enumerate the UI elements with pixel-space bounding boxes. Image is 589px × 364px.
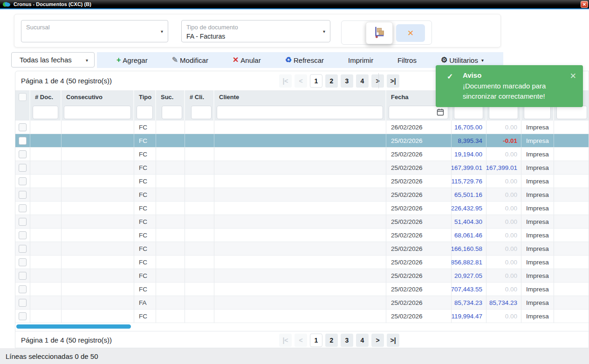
column-header-consecutivo[interactable]: Consecutivo — [62, 90, 134, 104]
filter-input-doc[interactable] — [33, 106, 58, 119]
cell-monto: 85,734.23 — [452, 296, 486, 309]
row-checkbox[interactable] — [19, 299, 27, 307]
row-checkbox[interactable] — [19, 258, 27, 266]
calendar-icon[interactable] — [437, 108, 444, 116]
table-row[interactable]: FC25/02/2026226,432.950.00Impresa — [15, 202, 589, 215]
page-button-1[interactable]: 1 — [310, 74, 322, 88]
clear-selection-button[interactable]: ✕ — [396, 24, 425, 42]
page-button-4[interactable]: 4 — [356, 333, 369, 347]
table-row[interactable]: FC25/02/2026707,443.550.00Impresa — [15, 283, 589, 296]
page-button-[interactable]: > — [371, 333, 384, 347]
table-row[interactable]: FC25/02/202665,501.160.00Impresa — [15, 188, 589, 202]
filter-input-suc[interactable] — [162, 106, 182, 119]
filter-cell-doc — [30, 104, 62, 121]
column-header-select — [15, 90, 30, 104]
cell-cli — [185, 283, 214, 296]
filter-input-consecutivo[interactable] — [64, 106, 131, 119]
cell-tipo: FC — [134, 148, 156, 161]
page-button-[interactable]: >| — [387, 74, 399, 88]
filter-input-cli[interactable] — [191, 106, 212, 119]
row-checkbox[interactable] — [19, 191, 27, 199]
date-filter-select[interactable]: Todas las fechas ▾ — [11, 52, 95, 67]
page-button-4[interactable]: 4 — [356, 74, 369, 88]
filter-input-saldo[interactable] — [489, 106, 518, 119]
row-checkbox[interactable] — [19, 312, 27, 320]
page-button-[interactable]: > — [371, 74, 384, 88]
page-button-1[interactable]: 1 — [310, 333, 322, 347]
row-checkbox[interactable] — [19, 150, 27, 158]
sucursal-select[interactable]: Sucursal ▾ — [21, 20, 168, 42]
table-row[interactable]: FC25/02/2026167,399.01167,399.01Impresa — [15, 161, 589, 175]
row-checkbox[interactable] — [19, 177, 27, 185]
page-button-3[interactable]: 3 — [341, 333, 353, 347]
page-button-2[interactable]: 2 — [325, 74, 338, 88]
window-close-button[interactable]: ✕ — [581, 1, 588, 8]
column-header-doc[interactable]: # Doc. — [30, 90, 62, 104]
row-checkbox[interactable] — [19, 123, 27, 131]
cell-saldo: 0.00 — [486, 310, 521, 323]
pager-text: Página 1 de 4 (50 registro(s)) — [21, 336, 112, 344]
table-row[interactable]: FC26/02/202616,705.000.00Impresa — [15, 121, 589, 134]
cell-consecutivo — [62, 229, 134, 242]
cell-cliente — [214, 134, 386, 147]
cell-cliente — [214, 148, 386, 161]
column-header-cli[interactable]: # Cli. — [185, 90, 214, 104]
filter-input-estado[interactable] — [524, 106, 551, 119]
cell-consecutivo — [62, 134, 134, 147]
filter-input-monto[interactable] — [454, 106, 483, 119]
cell-monto: 19,194.00 — [452, 148, 486, 161]
page-button-2[interactable]: 2 — [325, 333, 338, 347]
column-header-suc[interactable]: Suc. — [156, 90, 185, 104]
cell-cliente — [214, 242, 386, 255]
table-row[interactable]: FC25/02/202668,061.460.00Impresa — [15, 229, 589, 242]
refrescar-button[interactable]: ♻Refrescar — [285, 56, 324, 64]
filtros-button[interactable]: Filtros — [397, 56, 417, 64]
table-row[interactable]: FC25/02/202651,404.300.00Impresa — [15, 215, 589, 229]
row-checkbox[interactable] — [19, 164, 27, 172]
row-checkbox[interactable] — [19, 231, 27, 239]
table-row[interactable]: FC25/02/2026115,729.760.00Impresa — [15, 175, 589, 188]
table-row[interactable]: FC25/02/2026119,994.470.00Impresa — [15, 310, 589, 323]
page-button-: |< — [279, 333, 292, 347]
column-header-tipo[interactable]: Tipo — [134, 90, 156, 104]
filter-input-extra[interactable] — [556, 106, 587, 119]
imprimir-button[interactable]: Imprimir — [348, 56, 373, 64]
cell-suc — [156, 296, 185, 309]
filter-input-tipo[interactable] — [137, 106, 153, 119]
row-checkbox[interactable] — [19, 218, 27, 226]
row-checkbox[interactable] — [19, 272, 27, 280]
column-header-cliente[interactable]: Cliente — [214, 90, 386, 104]
tipo-documento-select[interactable]: Tipo de documento FA - Facturas ▾ — [181, 20, 330, 42]
select-all-checkbox[interactable] — [19, 93, 27, 101]
cell-cli — [185, 121, 214, 134]
toast-close-icon[interactable]: ✕ — [570, 71, 576, 81]
sync-documents-button[interactable] — [366, 22, 393, 44]
anular-button[interactable]: ✕Anular — [233, 56, 261, 64]
table-row[interactable]: FA25/02/202685,734.2385,734.23Impresa — [15, 296, 589, 310]
table-row[interactable]: FC25/02/2026856,882.810.00Impresa — [15, 256, 589, 269]
row-select-cell — [15, 148, 30, 161]
page-button-[interactable]: >| — [387, 333, 399, 347]
agregar-button[interactable]: +Agregar — [116, 56, 148, 64]
table-row[interactable]: FC25/02/20268,395.34-0.01Impresa — [15, 134, 589, 148]
row-checkbox[interactable] — [19, 137, 27, 145]
row-select-cell — [15, 283, 30, 296]
row-select-cell — [15, 215, 30, 228]
cell-saldo: 0.00 — [486, 283, 521, 296]
utilitarios-button[interactable]: ⚙Utilitarios▾ — [441, 56, 484, 64]
row-checkbox[interactable] — [19, 245, 27, 253]
cell-saldo: 0.00 — [486, 256, 521, 269]
row-select-cell — [15, 269, 30, 282]
table-row[interactable]: FC25/02/2026166,160.580.00Impresa — [15, 242, 589, 256]
app-logo-icon — [3, 1, 10, 7]
modificar-button[interactable]: ✎Modificar — [172, 56, 208, 64]
cell-suc — [156, 121, 185, 134]
horizontal-scrollbar-thumb[interactable] — [16, 324, 131, 329]
row-checkbox[interactable] — [19, 204, 27, 212]
row-checkbox[interactable] — [19, 285, 27, 293]
page-button-3[interactable]: 3 — [341, 74, 353, 88]
filter-input-cliente[interactable] — [217, 106, 383, 119]
table-row[interactable]: FC25/02/202620,927.050.00Impresa — [15, 269, 589, 283]
cell-saldo: 85,734.23 — [486, 296, 521, 309]
table-row[interactable]: FC25/02/202619,194.000.00Impresa — [15, 148, 589, 161]
